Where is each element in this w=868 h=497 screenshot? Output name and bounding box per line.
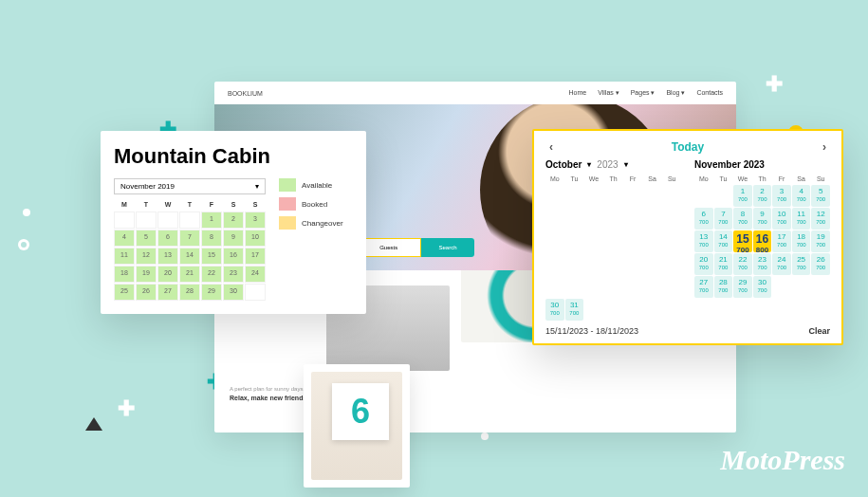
day-cell[interactable]: 19700 bbox=[811, 230, 830, 252]
day-cell[interactable]: 4 bbox=[114, 230, 135, 247]
decor-dot bbox=[23, 209, 30, 216]
day-cell[interactable]: 5 bbox=[136, 230, 157, 247]
dow-header: Su bbox=[811, 174, 830, 184]
day-cell[interactable]: 14 bbox=[179, 248, 200, 265]
day-cell[interactable]: 26700 bbox=[811, 253, 830, 275]
nav-item[interactable]: Home bbox=[569, 89, 587, 96]
day-cell[interactable]: 3700 bbox=[772, 185, 791, 207]
day-cell[interactable]: 29 bbox=[201, 284, 222, 301]
day-cell[interactable]: 27700 bbox=[694, 276, 713, 298]
day-cell[interactable]: 5700 bbox=[811, 185, 830, 207]
month-select[interactable]: November 2019 ▾ bbox=[114, 178, 266, 194]
day-cell[interactable]: 3 bbox=[245, 212, 266, 229]
nav-item[interactable]: Blog ▾ bbox=[666, 89, 685, 96]
clear-button[interactable]: Clear bbox=[808, 326, 830, 336]
day-cell[interactable]: 2 bbox=[223, 212, 244, 229]
day-cell bbox=[662, 208, 681, 230]
day-cell[interactable]: 7700 bbox=[714, 208, 733, 230]
day-cell[interactable]: 6 bbox=[157, 230, 178, 247]
dow-header: Su bbox=[662, 174, 681, 184]
decor-ring bbox=[18, 239, 29, 250]
day-cell[interactable]: 19 bbox=[136, 266, 157, 283]
day-cell[interactable]: 23700 bbox=[753, 253, 772, 275]
day-cell[interactable]: 26 bbox=[136, 284, 157, 301]
day-cell[interactable]: 28 bbox=[179, 284, 200, 301]
day-cell[interactable]: 30700 bbox=[753, 276, 772, 298]
dow-header: Fr bbox=[772, 174, 791, 184]
day-cell[interactable]: 12700 bbox=[811, 208, 830, 230]
nav-item[interactable]: Villas ▾ bbox=[598, 89, 619, 96]
day-cell[interactable]: 24 bbox=[245, 266, 266, 283]
day-cell bbox=[545, 208, 564, 230]
day-cell bbox=[545, 185, 564, 207]
day-cell[interactable]: 10 bbox=[245, 230, 266, 247]
day-cell[interactable]: 20 bbox=[157, 266, 178, 283]
day-cell[interactable]: 31700 bbox=[565, 299, 584, 321]
day-cell[interactable]: 20700 bbox=[694, 253, 713, 275]
day-cell[interactable]: 23 bbox=[223, 266, 244, 283]
day-cell[interactable]: 12 bbox=[136, 248, 157, 265]
day-cell[interactable]: 21 bbox=[179, 266, 200, 283]
day-cell bbox=[604, 276, 623, 298]
legend-label: Booked bbox=[302, 200, 327, 209]
day-cell[interactable]: 11700 bbox=[792, 208, 811, 230]
day-cell[interactable]: 15700 bbox=[733, 230, 752, 252]
day-cell[interactable]: 21700 bbox=[714, 253, 733, 275]
day-cell[interactable]: 14700 bbox=[714, 230, 733, 252]
day-cell[interactable]: 1700 bbox=[733, 185, 752, 207]
day-cell[interactable]: 16 bbox=[223, 248, 244, 265]
next-button[interactable]: › bbox=[819, 140, 830, 154]
day-cell[interactable]: 13 bbox=[157, 248, 178, 265]
day-cell[interactable]: 30700 bbox=[545, 299, 564, 321]
day-cell[interactable]: 17 bbox=[245, 248, 266, 265]
day-cell[interactable]: 30 bbox=[223, 284, 244, 301]
day-cell bbox=[604, 185, 623, 207]
nav-item[interactable]: Pages ▾ bbox=[631, 89, 656, 96]
day-cell bbox=[662, 230, 681, 252]
nav-item[interactable]: Contacts bbox=[696, 89, 723, 96]
day-cell[interactable]: 25700 bbox=[792, 253, 811, 275]
day-cell[interactable]: 29700 bbox=[733, 276, 752, 298]
chevron-down-icon[interactable]: ▾ bbox=[587, 160, 591, 169]
day-cell[interactable]: 17700 bbox=[772, 230, 791, 252]
day-cell[interactable]: 22700 bbox=[733, 253, 752, 275]
day-cell[interactable]: 2700 bbox=[753, 185, 772, 207]
day-cell[interactable]: 15 bbox=[201, 248, 222, 265]
day-cell bbox=[662, 276, 681, 298]
day-cell bbox=[643, 253, 662, 275]
day-cell[interactable]: 27 bbox=[157, 284, 178, 301]
day-cell bbox=[565, 208, 584, 230]
day-cell[interactable]: 6700 bbox=[694, 208, 713, 230]
day-cell bbox=[565, 230, 584, 252]
dow-header: S bbox=[223, 198, 244, 211]
today-button[interactable]: Today bbox=[672, 140, 704, 154]
search-button[interactable]: Search bbox=[421, 238, 474, 257]
day-cell bbox=[694, 185, 713, 207]
day-cell[interactable]: 9700 bbox=[753, 208, 772, 230]
day-cell[interactable]: 8 bbox=[201, 230, 222, 247]
day-cell bbox=[623, 253, 642, 275]
dow-header: F bbox=[201, 198, 222, 211]
day-cell[interactable]: 9 bbox=[223, 230, 244, 247]
day-cell[interactable]: 18 bbox=[114, 266, 135, 283]
prev-button[interactable]: ‹ bbox=[545, 140, 557, 154]
day-cell[interactable]: 10700 bbox=[772, 208, 791, 230]
poster-number: 6 bbox=[332, 383, 389, 440]
day-cell[interactable]: 4700 bbox=[792, 185, 811, 207]
day-cell[interactable]: 7 bbox=[179, 230, 200, 247]
day-cell[interactable]: 22 bbox=[201, 266, 222, 283]
chevron-down-icon[interactable]: ▾ bbox=[624, 160, 628, 169]
day-cell[interactable]: 11 bbox=[114, 248, 135, 265]
dow-header: M bbox=[114, 198, 135, 211]
day-cell[interactable]: 13700 bbox=[694, 230, 713, 252]
day-cell bbox=[179, 212, 200, 229]
day-cell[interactable]: 25 bbox=[114, 284, 135, 301]
day-cell[interactable]: 8700 bbox=[733, 208, 752, 230]
day-cell[interactable]: 18700 bbox=[792, 230, 811, 252]
dow-header: Mo bbox=[545, 174, 564, 184]
gallery-card: 6 bbox=[304, 364, 410, 488]
day-cell[interactable]: 16800 bbox=[753, 230, 772, 252]
day-cell[interactable]: 1 bbox=[201, 212, 222, 229]
day-cell[interactable]: 28700 bbox=[714, 276, 733, 298]
day-cell[interactable]: 24700 bbox=[772, 253, 791, 275]
